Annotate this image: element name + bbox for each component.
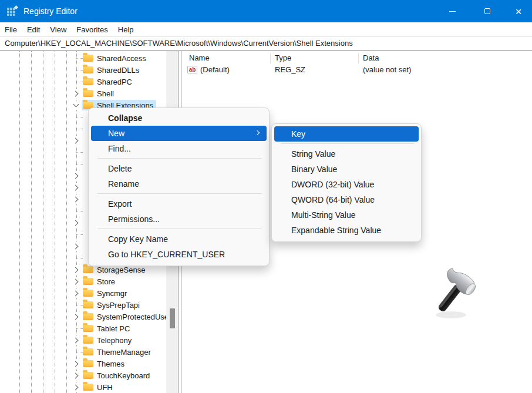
context-menu-item-new[interactable]: New xyxy=(91,126,267,141)
registry-editor-window: Registry Editor × FileEditViewFavoritesH… xyxy=(0,0,532,393)
value-name: (Default) xyxy=(200,64,230,76)
folder-icon xyxy=(83,55,93,62)
context-menu-item-copy-key-name[interactable]: Copy Key Name xyxy=(89,231,269,247)
maximize-button[interactable] xyxy=(474,0,501,22)
tree-item-label: StorageSense xyxy=(97,266,145,274)
menu-item-label: Permissions... xyxy=(108,214,160,224)
tree-item-telephony[interactable]: Telephony xyxy=(0,334,166,346)
context-menu-item-go-to-hkey-current-user[interactable]: Go to HKEY_CURRENT_USER xyxy=(89,247,269,262)
column-separator[interactable] xyxy=(358,53,359,63)
minimize-button[interactable] xyxy=(439,0,466,22)
folder-icon xyxy=(83,360,93,367)
menu-item-label: Find... xyxy=(108,144,131,153)
chevron-right-icon[interactable] xyxy=(71,183,81,192)
submenu-arrow-icon xyxy=(255,130,260,135)
tree-line-stub xyxy=(76,152,83,153)
chevron-right-icon[interactable] xyxy=(71,371,81,380)
folder-icon xyxy=(83,78,93,85)
submenu-item-expandable-string-value[interactable]: Expandable String Value xyxy=(272,223,421,238)
submenu-item-key[interactable]: Key xyxy=(274,126,419,142)
context-menu-item-rename[interactable]: Rename xyxy=(89,176,269,192)
value-row-default[interactable]: ab (Default) REG_SZ (value not set) xyxy=(181,64,532,76)
chevron-right-icon[interactable] xyxy=(71,241,81,251)
context-menu-item-find[interactable]: Find... xyxy=(89,141,269,156)
menu-separator xyxy=(97,193,262,194)
tree-item-sharedaccess[interactable]: SharedAccess xyxy=(0,52,166,64)
menu-separator xyxy=(97,229,262,229)
menu-item-help[interactable]: Help xyxy=(118,25,134,34)
menu-item-edit[interactable]: Edit xyxy=(27,25,40,34)
tree-item-syspreptapi[interactable]: SysPrepTapi xyxy=(0,299,166,311)
submenu-item-string-value[interactable]: String Value xyxy=(272,146,421,162)
context-menu-item-delete[interactable]: Delete xyxy=(89,161,269,176)
submenu-item-dword-32-bit-value[interactable]: DWORD (32-bit) Value xyxy=(272,177,421,192)
menu-item-file[interactable]: File xyxy=(5,25,17,34)
chevron-right-icon[interactable] xyxy=(71,335,81,345)
menu-item-label: Export xyxy=(108,199,132,209)
tree-item-label: UFH xyxy=(97,383,113,392)
address-bar[interactable]: Computer\HKEY_LOCAL_MACHINE\SOFTWARE\Mic… xyxy=(0,36,532,51)
menu-item-label: Copy Key Name xyxy=(108,234,168,244)
tree-item-touchkeyboard[interactable]: TouchKeyboard xyxy=(0,370,166,381)
value-data: (value not set) xyxy=(363,64,411,76)
chevron-right-icon[interactable] xyxy=(71,171,81,180)
column-separator[interactable] xyxy=(270,53,271,63)
column-header-name[interactable]: Name xyxy=(189,52,210,64)
menu-item-label: Expandable String Value xyxy=(291,226,381,235)
menu-item-label: New xyxy=(108,129,124,138)
menu-item-label: DWORD (32-bit) Value xyxy=(291,180,374,189)
chevron-right-icon[interactable] xyxy=(71,277,81,286)
chevron-right-icon[interactable] xyxy=(71,265,81,274)
close-icon: × xyxy=(515,6,521,17)
tree-scrollbar-thumb[interactable] xyxy=(170,308,175,328)
chevron-right-icon[interactable] xyxy=(71,89,81,98)
tree-item-label: SystemProtectedUserData xyxy=(97,313,166,321)
chevron-right-icon[interactable] xyxy=(71,218,81,227)
context-menu-item-collapse[interactable]: Collapse xyxy=(89,110,269,126)
submenu-item-qword-64-bit-value[interactable]: QWORD (64-bit) Value xyxy=(272,192,421,207)
folder-icon xyxy=(83,278,93,285)
context-menu: CollapseNewFind...DeleteRenameExportPerm… xyxy=(88,108,270,266)
menu-item-view[interactable]: View xyxy=(50,25,66,34)
menu-separator xyxy=(97,158,262,159)
menu-item-label: String Value xyxy=(291,149,335,159)
chevron-right-icon[interactable] xyxy=(71,359,81,368)
chevron-right-icon[interactable] xyxy=(71,382,81,392)
folder-icon xyxy=(83,313,93,320)
menu-item-label: Delete xyxy=(108,164,132,173)
tree-item-tablet-pc[interactable]: Tablet PC xyxy=(0,323,166,334)
submenu-item-multi-string-value[interactable]: Multi-String Value xyxy=(272,207,421,223)
tree-item-label: Telephony xyxy=(97,336,132,345)
chevron-right-icon[interactable] xyxy=(71,312,81,321)
tree-item-themes[interactable]: Themes xyxy=(0,358,166,370)
folder-icon xyxy=(83,384,93,391)
menu-item-label: Collapse xyxy=(108,113,142,123)
context-menu-item-permissions[interactable]: Permissions... xyxy=(89,211,269,227)
tree-item-shareddlls[interactable]: SharedDLLs xyxy=(0,64,166,76)
tree-item-label: Themes xyxy=(97,360,124,368)
chevron-down-icon[interactable] xyxy=(71,100,81,110)
tree-item-thememanager[interactable]: ThemeManager xyxy=(0,346,166,358)
folder-icon xyxy=(83,325,93,332)
menu-item-favorites[interactable]: Favorites xyxy=(76,25,107,34)
context-menu-item-export[interactable]: Export xyxy=(89,196,269,211)
submenu-item-binary-value[interactable]: Binary Value xyxy=(272,162,421,177)
close-button[interactable]: × xyxy=(505,0,532,22)
column-header-type[interactable]: Type xyxy=(275,52,291,64)
chevron-right-icon[interactable] xyxy=(71,288,81,298)
tree-item-label: Store xyxy=(97,277,115,286)
tree-item-syncmgr[interactable]: Syncmgr xyxy=(0,287,166,299)
tree-line-stub xyxy=(76,129,83,129)
menu-item-label: Multi-String Value xyxy=(291,210,355,220)
tree-line-stub xyxy=(76,211,83,211)
folder-icon xyxy=(83,290,93,297)
tree-item-sharedpc[interactable]: SharedPC xyxy=(0,76,166,88)
column-header-data[interactable]: Data xyxy=(363,52,379,64)
menu-item-label: QWORD (64-bit) Value xyxy=(291,195,375,204)
chevron-right-icon[interactable] xyxy=(71,136,81,145)
tree-item-systemprotecteduserdata[interactable]: SystemProtectedUserData xyxy=(0,311,166,323)
chevron-right-icon[interactable] xyxy=(71,194,81,204)
tree-item-ufh[interactable]: UFH xyxy=(0,381,166,393)
tree-item-store[interactable]: Store xyxy=(0,276,166,287)
tree-item-shell[interactable]: Shell xyxy=(0,88,166,99)
